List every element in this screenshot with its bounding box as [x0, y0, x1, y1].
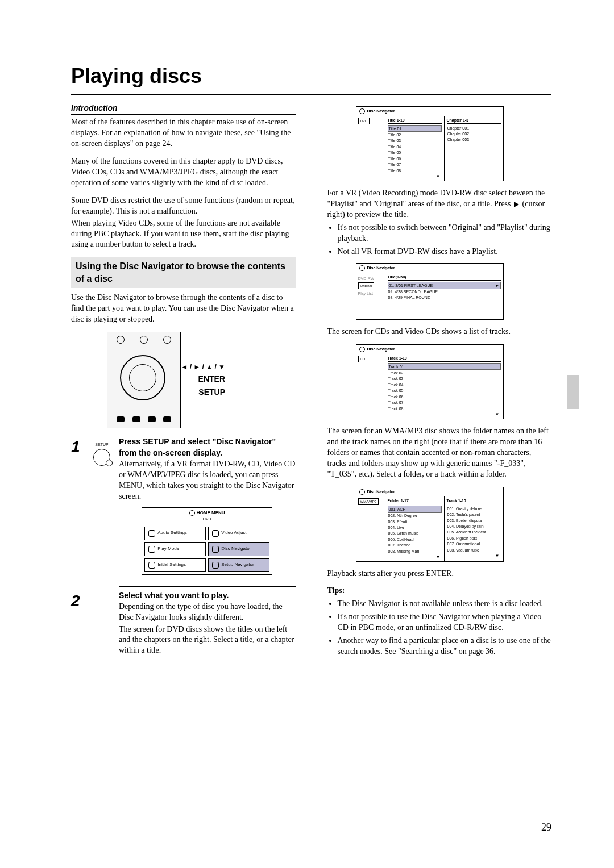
step-number: 1: [71, 436, 85, 587]
menu-video-adjust: Video Adjust: [208, 527, 269, 540]
step-2: 2 Select what you want to play. Dependin…: [71, 590, 296, 663]
step2-body2: The screen for DVD discs shows the title…: [119, 624, 296, 657]
intro-p4: When playing Video CDs, some of the func…: [71, 218, 296, 251]
remote-setup-label: SETUP: [181, 386, 225, 398]
step2-heading: Select what you want to play.: [119, 591, 229, 600]
tips-heading: Tips:: [327, 586, 552, 596]
menu-initial-settings: Initial Settings: [144, 558, 206, 572]
section-heading: Using the Disc Navigator to browse the c…: [71, 257, 296, 288]
side-tab: [567, 375, 579, 409]
after-enter: Playback starts after you press ENTER.: [327, 569, 552, 579]
tip-item: It's not possible to use the Disc Naviga…: [338, 612, 552, 633]
vr-p1: For a VR (Video Recording) mode DVD-RW d…: [327, 188, 552, 220]
menu-audio-settings: Audio Settings: [144, 527, 206, 540]
intro-p1: Most of the features described in this c…: [71, 117, 296, 149]
left-column: Introduction Most of the features descri…: [71, 103, 296, 664]
remote-diagram: ◄ / ► / ▲ / ▼ ENTER SETUP: [71, 332, 296, 428]
nav-mp3-screenshot: Disc Navigator WMA/MP3 Folder 1-17 001. …: [356, 487, 504, 562]
setup-button-icon: SETUP: [89, 436, 114, 587]
play-icon: [514, 202, 519, 207]
mp3-intro: The screen for an WMA/MP3 disc shows the…: [327, 426, 552, 479]
divider: [71, 94, 551, 95]
intro-p2: Many of the functions covered in this ch…: [71, 156, 296, 189]
page-title: Playing discs: [71, 62, 551, 90]
nav-intro: Use the Disc Navigator to browse through…: [71, 293, 296, 325]
nav-vr-screenshot: Disc Navigator DVD-RW Original Play List…: [356, 263, 504, 320]
nav-dvd-screenshot: Disc Navigator DVD Title 1-10 Title 01 T…: [356, 106, 504, 182]
tips-section: Tips: The Disc Navigator is not availabl…: [327, 583, 552, 657]
page-number: 29: [541, 820, 551, 834]
step1-body: Alternatively, if a VR format DVD-RW, CD…: [119, 459, 296, 502]
cd-intro: The screen for CDs and Video CDs shows a…: [327, 327, 552, 337]
tip-item: The Disc Navigator is not available unle…: [338, 599, 552, 610]
tip-item: Another way to find a particular place o…: [338, 636, 552, 657]
menu-play-mode: Play Mode: [144, 542, 206, 556]
menu-setup-navigator: Setup Navigator: [208, 558, 269, 572]
remote-arrows-label: ◄ / ► / ▲ / ▼: [181, 362, 225, 373]
step2-body1: Depending on the type of disc you have l…: [119, 602, 296, 623]
step-number: 2: [71, 590, 85, 663]
nav-cd-screenshot: Disc Navigator CD Track 1-10 Track 01 Tr…: [356, 344, 504, 420]
right-column: Disc Navigator DVD Title 1-10 Title 01 T…: [327, 103, 552, 664]
vr-bullets: It's not possible to switch between "Ori…: [327, 223, 552, 257]
home-menu-screenshot: HOME MENU DVD Audio Settings Video Adjus…: [142, 507, 272, 574]
intro-p3: Some DVD discs restrict the use of some …: [71, 195, 296, 217]
step1-heading: Press SETUP and select "Disc Navigator" …: [119, 437, 276, 457]
step-1: 1 SETUP Press SETUP and select "Disc Nav…: [71, 436, 296, 587]
menu-disc-navigator: Disc Navigator: [208, 542, 269, 556]
intro-heading: Introduction: [71, 103, 296, 115]
remote-enter-label: ENTER: [181, 373, 225, 385]
